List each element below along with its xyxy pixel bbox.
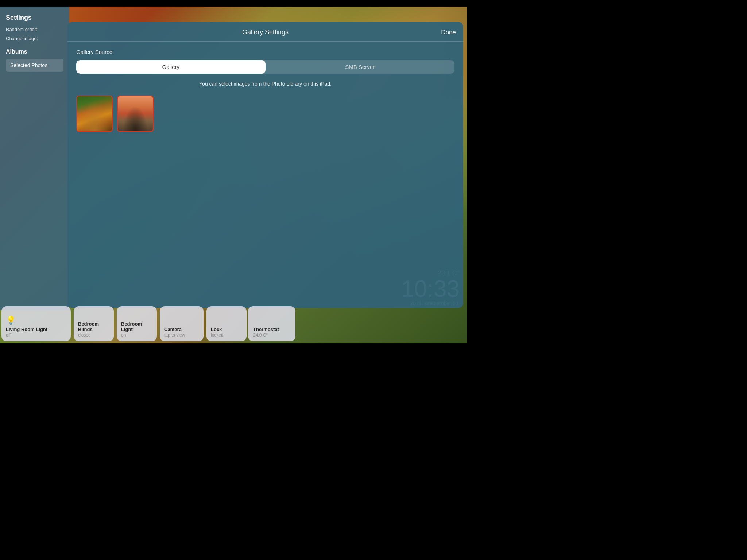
living-room-light-name: Living Room Light	[6, 327, 66, 332]
bedroom-blinds-status: closed	[78, 332, 109, 338]
bedroom-light-name: Bedroom Light	[121, 321, 152, 332]
bedroom-blinds-widget[interactable]: Bedroom Blinds closed	[74, 306, 114, 341]
modal-body: Gallery Source: Gallery SMB Server You c…	[67, 42, 463, 308]
gallery-source-label: Gallery Source:	[76, 49, 454, 55]
camera-widget[interactable]: Camera tap to view	[160, 306, 204, 341]
bedroom-blinds-name: Bedroom Blinds	[78, 321, 109, 332]
gallery-toggle-button[interactable]: Gallery	[76, 60, 266, 74]
settings-panel: Settings Random order: Change image: Alb…	[0, 7, 69, 310]
random-order-label: Random order:	[6, 27, 63, 32]
living-room-light-status: off	[6, 332, 66, 338]
photo-thumb-forest[interactable]	[76, 96, 113, 132]
source-toggle: Gallery SMB Server	[76, 60, 454, 74]
bedroom-light-widget[interactable]: Bedroom Light on	[117, 306, 157, 341]
gallery-settings-modal: Gallery Settings Done Gallery Source: Ga…	[67, 22, 463, 308]
camera-widget-status: tap to view	[164, 332, 199, 338]
gallery-hint-text: You can select images from the Photo Lib…	[76, 81, 454, 87]
modal-title: Gallery Settings	[242, 28, 289, 36]
smb-server-toggle-button[interactable]: SMB Server	[266, 60, 455, 74]
living-room-light-widget[interactable]: 💡 Living Room Light off	[1, 306, 71, 341]
lock-widget-name: Lock	[211, 327, 242, 332]
top-bar	[0, 0, 467, 7]
camera-widget-name: Camera	[164, 327, 199, 332]
bottom-bar	[0, 343, 467, 350]
photo-thumb-tree[interactable]	[117, 96, 154, 132]
lock-widget[interactable]: Lock locked	[206, 306, 247, 341]
change-image-label: Change image:	[6, 36, 63, 41]
thermostat-widget-name: Thermostat	[253, 327, 290, 332]
modal-header: Gallery Settings Done	[67, 22, 463, 42]
thermostat-widget[interactable]: Thermostat 24.0 C°	[248, 306, 295, 341]
selected-photos-item[interactable]: Selected Photos	[6, 59, 63, 72]
widget-bar: 💡 Living Room Light off Bedroom Blinds c…	[0, 304, 467, 343]
done-button[interactable]: Done	[441, 29, 456, 36]
bedroom-light-status: on	[121, 332, 152, 338]
clock-display-area	[297, 304, 467, 343]
lock-widget-status: locked	[211, 332, 242, 338]
settings-title: Settings	[6, 14, 63, 22]
thermostat-widget-status: 24.0 C°	[253, 332, 290, 338]
living-room-light-icon: 💡	[6, 316, 66, 325]
albums-title: Albums	[6, 48, 63, 55]
photo-grid	[76, 96, 454, 132]
